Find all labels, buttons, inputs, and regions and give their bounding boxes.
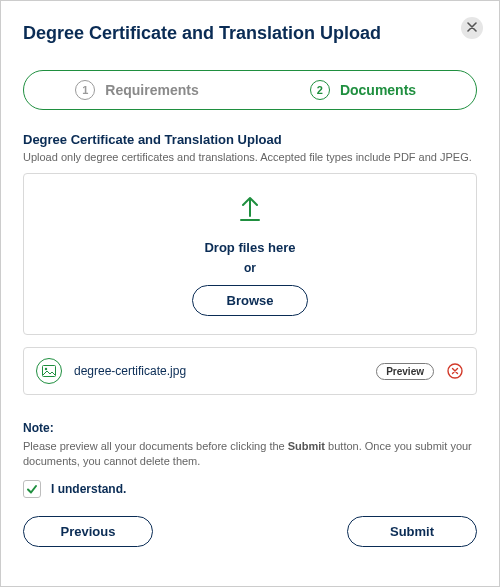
image-file-icon [36,358,62,384]
previous-button[interactable]: Previous [23,516,153,547]
file-name: degree-certificate.jpg [74,364,364,378]
footer: Previous Submit [23,516,477,547]
step-requirements[interactable]: 1 Requirements [24,71,250,109]
acknowledge-row: I understand. [23,480,477,498]
close-icon [467,21,477,35]
drop-text: Drop files here [204,240,295,255]
step-number: 1 [75,80,95,100]
upload-modal: Degree Certificate and Translation Uploa… [0,0,500,587]
note-text-before: Please preview all your documents before… [23,440,288,452]
submit-button[interactable]: Submit [347,516,477,547]
check-icon [26,483,38,495]
file-row: degree-certificate.jpg Preview [23,347,477,395]
step-documents[interactable]: 2 Documents [250,71,476,109]
remove-file-button[interactable] [446,362,464,380]
note-text-bold: Submit [288,440,325,452]
upload-subtext: Upload only degree certificates and tran… [23,151,477,163]
svg-point-1 [45,368,47,370]
stepper: 1 Requirements 2 Documents [23,70,477,110]
acknowledge-checkbox[interactable] [23,480,41,498]
dropzone[interactable]: Drop files here or Browse [23,173,477,335]
acknowledge-label: I understand. [51,482,126,496]
modal-title: Degree Certificate and Translation Uploa… [23,23,477,44]
svg-rect-0 [43,366,56,377]
browse-button[interactable]: Browse [192,285,309,316]
upload-icon [233,192,267,230]
step-label: Requirements [105,82,198,98]
close-circle-icon [447,363,463,379]
step-number: 2 [310,80,330,100]
preview-button[interactable]: Preview [376,363,434,380]
close-button[interactable] [461,17,483,39]
step-label: Documents [340,82,416,98]
upload-heading: Degree Certificate and Translation Uploa… [23,132,477,147]
note-heading: Note: [23,421,477,435]
note-text: Please preview all your documents before… [23,439,477,470]
or-text: or [244,261,256,275]
